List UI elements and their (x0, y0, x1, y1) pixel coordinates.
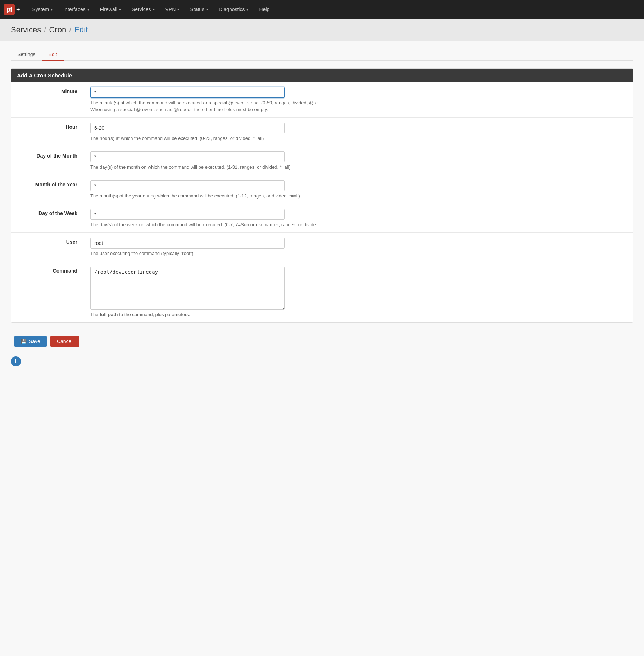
user-input[interactable] (90, 238, 285, 249)
tab-settings[interactable]: Settings (11, 49, 42, 61)
label-day-week: Day of the Week (11, 204, 83, 233)
chevron-down-icon: ▾ (206, 8, 208, 12)
nav-item-diagnostics[interactable]: Diagnostics ▾ (214, 4, 253, 15)
form-row-month-year: Month of the Year The month(s) of the ye… (11, 175, 633, 204)
breadcrumb-edit: Edit (74, 25, 88, 35)
panel-title: Add A Cron Schedule (11, 69, 633, 82)
command-help: The full path to the command, plus param… (90, 312, 371, 317)
nav-label-help: Help (259, 6, 269, 12)
nav-item-help[interactable]: Help (254, 4, 275, 15)
brand: pf + (4, 4, 20, 15)
day-month-help: The day(s) of the month on which the com… (90, 164, 371, 170)
label-day-month: Day of the Month (11, 146, 83, 175)
hour-help: The hour(s) at which the command will be… (90, 136, 371, 141)
nav-item-interfaces[interactable]: Interfaces ▾ (58, 4, 94, 15)
command-help-suffix: to the command, plus parameters. (118, 312, 190, 317)
input-cell-month-year: The month(s) of the year during which th… (83, 175, 633, 204)
day-month-input[interactable] (90, 151, 285, 162)
nav-label-diagnostics: Diagnostics (219, 6, 245, 12)
form-row-command: Command /root/deviceonlineday The full p… (11, 261, 633, 323)
nav-items: System ▾ Interfaces ▾ Firewall ▾ Service… (27, 4, 640, 15)
form-row-user: User The user executing the command (typ… (11, 233, 633, 261)
breadcrumb-services: Services (11, 25, 41, 35)
page-header: Services / Cron / Edit (0, 19, 644, 41)
cancel-button[interactable]: Cancel (50, 336, 79, 347)
hour-input[interactable] (90, 123, 285, 133)
nav-label-system: System (32, 6, 49, 12)
command-input[interactable]: /root/deviceonlineday (90, 266, 285, 310)
brand-plus: + (16, 6, 20, 13)
tab-edit[interactable]: Edit (42, 49, 64, 61)
form-row-minute: Minute The minute(s) at which the comman… (11, 82, 633, 118)
nav-label-firewall: Firewall (100, 6, 117, 12)
breadcrumb-cron: Cron (49, 25, 66, 35)
month-year-input[interactable] (90, 180, 285, 191)
nav-item-firewall[interactable]: Firewall ▾ (95, 4, 126, 15)
nav-label-status: Status (190, 6, 204, 12)
input-cell-user: The user executing the command (typicall… (83, 233, 633, 261)
label-minute: Minute (11, 82, 83, 118)
input-cell-minute: The minute(s) at which the command will … (83, 82, 633, 118)
input-cell-hour: The hour(s) at which the command will be… (83, 118, 633, 146)
chevron-down-icon: ▾ (87, 8, 89, 12)
nav-label-interfaces: Interfaces (63, 6, 85, 12)
minute-help-1: The minute(s) at which the command will … (90, 100, 371, 105)
nav-item-services[interactable]: Services ▾ (127, 4, 160, 15)
input-cell-command: /root/deviceonlineday The full path to t… (83, 261, 633, 323)
user-help: The user executing the command (typicall… (90, 251, 371, 256)
label-user: User (11, 233, 83, 261)
nav-item-vpn[interactable]: VPN ▾ (160, 4, 185, 15)
button-row: Save Cancel (11, 330, 633, 353)
info-icon: i (11, 356, 21, 366)
form-row-day-week: Day of the Week The day(s) of the week o… (11, 204, 633, 233)
tab-bar: Settings Edit (11, 49, 633, 61)
nav-item-system[interactable]: System ▾ (27, 4, 58, 15)
label-hour: Hour (11, 118, 83, 146)
input-cell-day-week: The day(s) of the week on which the comm… (83, 204, 633, 233)
form-row-day-month: Day of the Month The day(s) of the month… (11, 146, 633, 175)
brand-logo: pf (4, 4, 15, 15)
chevron-down-icon: ▾ (153, 8, 155, 12)
save-label: Save (29, 338, 40, 344)
day-week-help: The day(s) of the week on which the comm… (90, 222, 371, 227)
main-content: Settings Edit Add A Cron Schedule Minute… (0, 41, 644, 656)
input-cell-day-month: The day(s) of the month on which the com… (83, 146, 633, 175)
chevron-down-icon: ▾ (177, 8, 179, 12)
breadcrumb: Services / Cron / Edit (11, 25, 633, 35)
label-month-year: Month of the Year (11, 175, 83, 204)
chevron-down-icon: ▾ (246, 8, 248, 12)
save-button[interactable]: Save (14, 336, 47, 347)
nav-label-vpn: VPN (165, 6, 176, 12)
cancel-label: Cancel (57, 338, 73, 344)
minute-input[interactable] (90, 87, 285, 98)
form-table: Minute The minute(s) at which the comman… (11, 82, 633, 322)
breadcrumb-sep-2: / (69, 25, 71, 35)
minute-help-2: When using a special @ event, such as @r… (90, 107, 371, 112)
command-help-prefix: The (90, 312, 100, 317)
breadcrumb-sep-1: / (44, 25, 46, 35)
nav-item-status[interactable]: Status ▾ (185, 4, 213, 15)
navbar: pf + System ▾ Interfaces ▾ Firewall ▾ Se… (0, 0, 644, 19)
save-icon (21, 338, 27, 344)
label-command: Command (11, 261, 83, 323)
day-week-input[interactable] (90, 209, 285, 220)
command-help-bold: full path (100, 312, 118, 317)
nav-label-services: Services (132, 6, 151, 12)
month-year-help: The month(s) of the year during which th… (90, 193, 371, 199)
chevron-down-icon: ▾ (51, 8, 53, 12)
cron-panel: Add A Cron Schedule Minute The minute(s)… (11, 68, 633, 323)
form-row-hour: Hour The hour(s) at which the command wi… (11, 118, 633, 146)
chevron-down-icon: ▾ (119, 8, 121, 12)
